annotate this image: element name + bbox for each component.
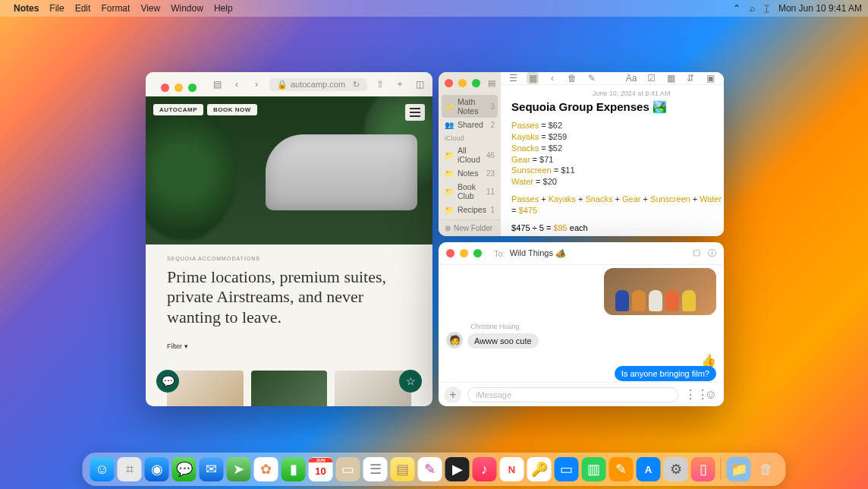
back-icon[interactable]: ‹ — [546, 73, 558, 84]
tabs-icon[interactable]: ◫ — [413, 79, 426, 90]
dock-app-appstore[interactable]: A — [637, 457, 661, 481]
dock-app-photos[interactable]: ✿ — [254, 457, 278, 481]
dock-app-music[interactable]: ♪ — [473, 457, 497, 481]
dock-app-passwords[interactable]: 🔑 — [527, 457, 552, 481]
sidebar-folder[interactable]: 📁Book Club11 — [439, 180, 501, 203]
new-folder-button[interactable]: ⊕New Folder — [439, 219, 501, 236]
shared-photo[interactable] — [604, 268, 716, 315]
dock-app-maps[interactable]: ➤ — [227, 457, 251, 481]
emoji-picker-icon[interactable]: ☺ — [704, 388, 718, 402]
trash-icon[interactable]: 🗑 — [566, 73, 578, 84]
dock-app-settings[interactable]: ⚙ — [664, 457, 688, 481]
menubar-window[interactable]: Window — [171, 3, 203, 14]
message-bubble[interactable]: Awww soo cute — [467, 333, 539, 349]
search-icon[interactable]: ⌕ — [750, 3, 755, 14]
wifi-icon[interactable]: ⌃ — [733, 3, 741, 14]
format-icon[interactable]: Aa — [625, 73, 637, 84]
window-controls[interactable] — [445, 79, 480, 87]
menubar-app-name[interactable]: Notes — [14, 3, 39, 14]
sidebar-toggle-icon[interactable]: ▤ — [488, 78, 495, 88]
list-view-icon[interactable]: ☰ — [507, 73, 519, 84]
hamburger-menu-icon[interactable] — [405, 104, 425, 121]
back-icon[interactable]: ‹ — [230, 79, 244, 90]
sidebar-folder[interactable]: 📁Notes23 — [439, 166, 501, 180]
control-center-icon[interactable]: ⌶ — [764, 3, 769, 14]
folder-icon: 📁 — [445, 169, 454, 178]
compose-icon[interactable]: ✎ — [586, 73, 598, 84]
conversation-name[interactable]: Wild Things 🏕️ — [510, 248, 566, 258]
dock-app-facetime[interactable]: ▮ — [281, 457, 306, 481]
dock-app-news[interactable]: N — [500, 457, 524, 481]
chevron-down-icon: ▾ — [184, 342, 188, 350]
message-bubble-sent[interactable]: Is anyone bringing film? — [615, 366, 716, 381]
dock-app-messages[interactable]: 💬 — [172, 457, 197, 481]
folder-icon: 👥 — [445, 121, 454, 129]
filter-toggle[interactable]: Filter▾ — [167, 342, 188, 350]
window-controls[interactable] — [152, 77, 204, 92]
dock-app-notes[interactable]: ▤ — [391, 457, 415, 481]
dock-app-pages[interactable]: ✎ — [609, 457, 634, 481]
section-eyebrow: SEQUOIA ACCOMMODATIONS — [167, 256, 411, 261]
accessibility-fab-icon[interactable]: ☆ — [399, 370, 422, 393]
avatar[interactable]: 🧑 — [446, 332, 463, 349]
thumbnail-1[interactable] — [167, 371, 244, 406]
dock-app-finder[interactable]: ☺ — [90, 457, 115, 481]
menubar-clock[interactable]: Mon Jun 10 9:41 AM — [778, 3, 862, 14]
site-logo[interactable]: AUTOCAMP — [153, 104, 203, 115]
note-sum-line[interactable]: Passes + Kayaks + Snacks + Gear + Sunscr… — [511, 194, 724, 205]
window-controls[interactable] — [446, 249, 482, 257]
reload-icon[interactable]: ↻ — [353, 80, 360, 90]
to-label: To: — [494, 249, 505, 258]
menubar-edit[interactable]: Edit — [75, 3, 91, 14]
info-icon[interactable]: ⓘ — [708, 248, 716, 259]
sidebar-folder[interactable]: 👥Shared2 — [439, 118, 501, 131]
new-tab-icon[interactable]: + — [393, 79, 407, 90]
dock-app-contacts[interactable]: ▭ — [336, 457, 360, 481]
facetime-icon[interactable]: ▢ — [693, 248, 700, 259]
dock-app-launchpad[interactable]: ⌗ — [118, 457, 142, 481]
sidebar-folder[interactable]: ✨Math Notes3 — [442, 95, 498, 118]
dock-app-tv[interactable]: ▶ — [445, 457, 470, 481]
menubar: Notes File Edit Format View Window Help … — [0, 0, 868, 17]
apps-button[interactable]: + — [445, 386, 461, 403]
dock-app-safari[interactable]: ◉ — [145, 457, 169, 481]
share-icon[interactable]: ⇧ — [373, 79, 387, 90]
note-body[interactable]: Passes = $62Kayaks = $259Snacks = $52Gea… — [511, 120, 724, 188]
dock-app-trash[interactable]: 🗑 — [754, 457, 778, 481]
grid-view-icon[interactable]: ▦ — [527, 72, 539, 84]
sidebar-folder[interactable]: 📁Recipes1 — [439, 203, 501, 216]
sidebar-folder[interactable]: 📁All iCloud46 — [439, 144, 501, 166]
sidebar-toggle-icon[interactable]: ▤ — [210, 79, 224, 90]
dock-separator — [721, 458, 722, 481]
table-icon[interactable]: ▦ — [665, 73, 677, 84]
forward-icon[interactable]: › — [250, 79, 263, 90]
menubar-view[interactable]: View — [140, 3, 160, 14]
thumbnail-2[interactable] — [251, 371, 328, 406]
book-now-button[interactable]: BOOK NOW — [207, 104, 257, 115]
menubar-file[interactable]: File — [49, 3, 64, 14]
menubar-help[interactable]: Help — [214, 3, 233, 14]
dock-app-mail[interactable]: ✉ — [200, 457, 224, 481]
section-headline: Prime locations, premium suites, private… — [167, 267, 411, 327]
checklist-icon[interactable]: ☑ — [645, 73, 657, 84]
note-title[interactable]: Sequoia Group Expenses 🏞️ — [511, 100, 724, 114]
dock-app-numbers[interactable]: ▥ — [582, 457, 606, 481]
dock-app-calendar[interactable]: JUN10 — [309, 457, 333, 481]
chat-fab-icon[interactable]: 💬 — [156, 370, 179, 393]
media-icon[interactable]: ▣ — [704, 73, 716, 84]
dock-app-freeform[interactable]: ✎ — [418, 457, 442, 481]
dock-app-downloads[interactable]: 📁 — [727, 457, 751, 481]
audio-message-icon[interactable]: ⋮⋮ — [684, 387, 698, 402]
compose-bar: + iMessage ⋮⋮ ☺ — [439, 382, 724, 406]
accommodation-thumbnails — [146, 371, 432, 406]
menubar-format[interactable]: Format — [101, 3, 130, 14]
dock-app-iphone[interactable]: ▯ — [691, 457, 715, 481]
link-icon[interactable]: ⇵ — [684, 73, 697, 84]
notes-window: ▤ ✨Math Notes3👥Shared2iCloud📁All iCloud4… — [439, 72, 724, 236]
dock-app-reminders[interactable]: ☰ — [363, 457, 388, 481]
safari-toolbar: ▤ ‹ › 🔒 autocamp.com ↻ ⇧ + ◫ — [146, 72, 432, 96]
message-input[interactable]: iMessage — [467, 387, 678, 402]
address-bar[interactable]: 🔒 autocamp.com ↻ — [269, 78, 367, 91]
dock-app-keynote[interactable]: ▭ — [555, 457, 579, 481]
notes-editor: ☰ ▦ ‹ 🗑 ✎ Aa ☑ ▦ ⇵ ▣ » ⌕ June 10, 2024 a… — [501, 72, 724, 236]
